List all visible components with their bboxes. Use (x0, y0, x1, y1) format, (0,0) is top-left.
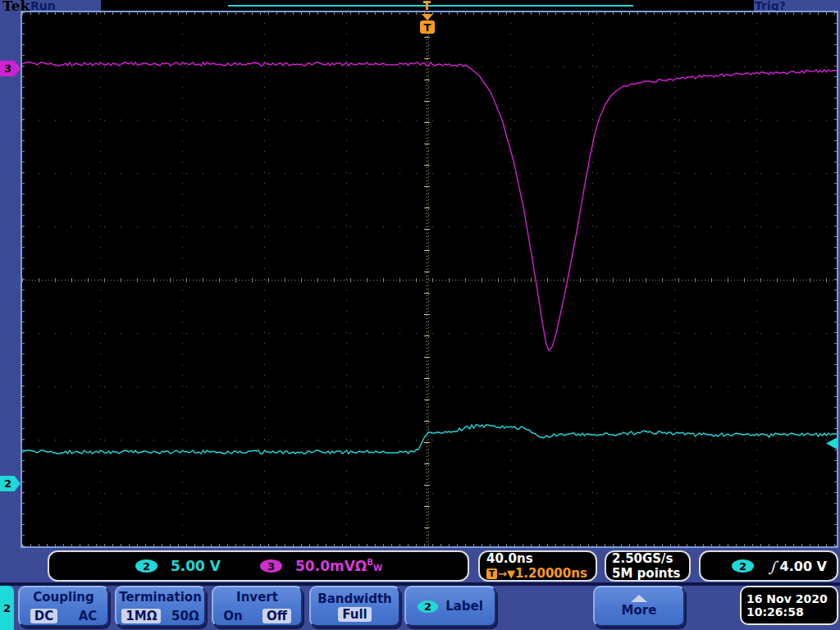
timebase-readout: 40.0ns (486, 551, 533, 566)
coupling-button[interactable]: Coupling DC AC (18, 586, 109, 627)
trigger-source-badge: 2 (732, 559, 754, 573)
ch3-position-marker[interactable]: 3 (0, 61, 21, 76)
label-channel-badge: 2 (418, 600, 438, 613)
ch2-scale-readout: 5.00 V (171, 558, 221, 574)
grid-area: T (22, 12, 837, 546)
ch3-scale-readout: 50.0mVΩBW (295, 558, 382, 574)
bandwidth-limit-indicator: B (367, 558, 373, 567)
record-view-bar (101, 0, 754, 11)
more-up-arrow-icon (631, 595, 647, 602)
termination-button[interactable]: Termination 1MΩ 50Ω (115, 586, 206, 627)
coupling-option-dc[interactable]: DC (30, 609, 57, 623)
sample-rate-readout: 2.50GS/s (612, 551, 673, 566)
label-title: Label (445, 599, 483, 614)
bandwidth-button[interactable]: Bandwidth Full (309, 586, 400, 627)
trigger-readout-box: 2 ∫ 4.00 V (699, 550, 838, 582)
coupling-title: Coupling (20, 590, 107, 605)
invert-button[interactable]: Invert On Off (212, 586, 303, 627)
oscilloscope-screen: Tek Run Trig? T (0, 0, 840, 630)
more-title: More (622, 603, 657, 618)
invert-title: Invert (213, 590, 301, 605)
ch2-position-marker[interactable]: 2 (0, 476, 21, 491)
bandwidth-title: Bandwidth (311, 591, 399, 606)
termination-option-50[interactable]: 50Ω (171, 609, 199, 623)
trigger-level-readout: 4.00 V (780, 559, 827, 574)
trigger-slope-icon: ∫ (769, 558, 776, 575)
trigger-t-icon: T (486, 568, 497, 579)
datetime-display: 16 Nov 2020 10:26:58 (740, 586, 838, 625)
ch3-badge: 3 (260, 559, 282, 573)
vertical-readout-box: 2 5.00 V 3 50.0mVΩBW (48, 550, 469, 582)
more-button[interactable]: More (593, 586, 685, 627)
time-text: 10:26:58 (746, 605, 837, 619)
record-view-waveform-line (228, 5, 633, 7)
horizontal-readout-box: 40.0ns T→▼1.20000ns (478, 550, 597, 582)
ch2-badge: 2 (135, 559, 158, 573)
invert-option-off[interactable]: Off (262, 609, 291, 623)
trigger-delay-readout: T→▼1.20000ns (486, 566, 587, 581)
termination-title: Termination (116, 590, 204, 605)
acquisition-readout-box: 2.50GS/s 5M points (605, 550, 691, 582)
termination-option-1m[interactable]: 1MΩ (121, 609, 161, 623)
label-button[interactable]: 2 Label (404, 586, 496, 627)
record-length-readout: 5M points (612, 566, 681, 581)
invert-option-on[interactable]: On (223, 609, 242, 623)
coupling-option-ac[interactable]: AC (79, 609, 98, 623)
graticule: T (21, 11, 838, 548)
record-trigger-position-icon[interactable] (423, 1, 431, 10)
date-text: 16 Nov 2020 (746, 592, 837, 605)
bandwidth-value[interactable]: Full (338, 607, 371, 622)
waveform-traces (22, 12, 837, 546)
active-channel-tab[interactable]: 2 (0, 586, 14, 630)
